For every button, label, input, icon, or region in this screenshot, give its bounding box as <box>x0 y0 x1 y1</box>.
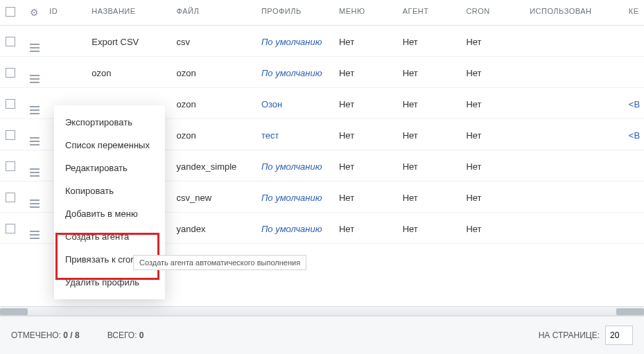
gear-icon[interactable]: ⚙ <box>30 7 40 18</box>
selected-counter: ОТМЕЧЕНО: 0 / 8 <box>11 330 80 340</box>
cell-ke <box>623 150 644 182</box>
header-cron[interactable]: CRON <box>460 0 524 26</box>
cell-menu: Нет <box>333 213 397 244</box>
cell-used <box>524 88 623 119</box>
total-label: ВСЕГО: <box>107 330 137 340</box>
cell-file: yandex_simple <box>171 150 256 182</box>
row-checkbox[interactable] <box>6 224 15 233</box>
row-checkbox[interactable] <box>6 99 15 109</box>
table-footer: ОТМЕЧЕНО: 0 / 8 ВСЕГО: 0 НА СТРАНИЦЕ: <box>0 316 644 354</box>
cell-ke <box>623 213 644 244</box>
cell-menu: Нет <box>333 119 397 150</box>
context-menu-item[interactable]: Удалить профиль <box>54 271 165 294</box>
row-menu-icon[interactable] <box>30 231 40 239</box>
header-id[interactable]: ID <box>44 0 86 26</box>
cell-used <box>524 57 623 88</box>
context-menu-item[interactable]: Добавить в меню <box>54 202 165 225</box>
cell-file: csv_new <box>171 182 256 213</box>
tooltip: Создать агента автоматического выполнени… <box>133 255 306 270</box>
cell-agent: Нет <box>397 57 461 88</box>
cell-menu: Нет <box>333 182 397 213</box>
cell-ke: <В <box>623 119 644 150</box>
cell-name: ozon <box>86 57 171 88</box>
cell-used <box>524 150 623 182</box>
cell-menu: Нет <box>333 26 397 57</box>
row-checkbox[interactable] <box>6 161 15 171</box>
selected-value: 0 / 8 <box>63 330 79 340</box>
cell-agent: Нет <box>397 26 461 57</box>
cell-profile[interactable]: По умолчанию <box>261 224 322 234</box>
context-menu-item[interactable]: Копировать <box>54 179 165 202</box>
cell-used <box>524 26 623 57</box>
cell-file: ozon <box>171 119 256 150</box>
cell-used <box>524 182 623 213</box>
table-header-row: ⚙ ID НАЗВАНИЕ ФАЙЛ ПРОФИЛЬ МЕНЮ АГЕНТ CR… <box>0 0 644 26</box>
cell-profile[interactable]: По умолчанию <box>261 193 322 203</box>
total-value: 0 <box>139 330 144 340</box>
header-menu[interactable]: МЕНЮ <box>333 0 397 26</box>
header-file[interactable]: ФАЙЛ <box>171 0 256 26</box>
cell-menu: Нет <box>333 88 397 119</box>
cell-ke <box>623 182 644 213</box>
cell-menu: Нет <box>333 57 397 88</box>
cell-id <box>44 57 86 88</box>
cell-profile[interactable]: тест <box>261 130 279 141</box>
cell-agent: Нет <box>397 213 461 244</box>
cell-file: csv <box>171 26 256 57</box>
context-menu-item[interactable]: Создать агента <box>54 225 165 248</box>
table-row[interactable]: ozonozonПо умолчаниюНетНетНет <box>0 57 644 88</box>
cell-file: ozon <box>171 88 256 119</box>
scrollbar-thumb-right[interactable] <box>616 308 644 315</box>
cell-cron: Нет <box>460 57 524 88</box>
perpage-label: НА СТРАНИЦЕ: <box>539 330 600 340</box>
cell-used <box>524 213 623 244</box>
row-checkbox[interactable] <box>6 68 15 78</box>
cell-file: ozon <box>171 57 256 88</box>
header-ke[interactable]: КЕ <box>623 0 644 26</box>
row-menu-icon[interactable] <box>30 75 40 83</box>
total-counter: ВСЕГО: 0 <box>107 330 144 340</box>
row-menu-icon[interactable] <box>30 137 40 145</box>
cell-id <box>44 26 86 57</box>
row-checkbox[interactable] <box>6 37 15 46</box>
perpage-input[interactable] <box>605 326 633 345</box>
cell-profile[interactable]: По умолчанию <box>261 68 322 78</box>
row-menu-icon[interactable] <box>30 200 40 208</box>
cell-ke <box>623 57 644 88</box>
cell-agent: Нет <box>397 182 461 213</box>
context-menu: ЭкспортироватьСписок переменныхРедактиро… <box>54 105 165 299</box>
cell-cron: Нет <box>460 88 524 119</box>
row-checkbox[interactable] <box>6 130 15 140</box>
header-name[interactable]: НАЗВАНИЕ <box>86 0 171 26</box>
cell-file: yandex <box>171 213 256 244</box>
cell-name: Export CSV <box>86 26 171 57</box>
row-menu-icon[interactable] <box>30 44 40 52</box>
horizontal-scrollbar[interactable] <box>0 306 644 316</box>
cell-cron: Нет <box>460 182 524 213</box>
header-agent[interactable]: АГЕНТ <box>397 0 461 26</box>
cell-agent: Нет <box>397 150 461 182</box>
cell-cron: Нет <box>460 26 524 57</box>
context-menu-item[interactable]: Список переменных <box>54 134 165 157</box>
row-menu-icon[interactable] <box>30 106 40 114</box>
table-row[interactable]: Export CSVcsvПо умолчаниюНетНетНет <box>0 26 644 57</box>
cell-cron: Нет <box>460 150 524 182</box>
cell-profile[interactable]: Озон <box>261 99 282 109</box>
cell-ke: <В <box>623 88 644 119</box>
header-used[interactable]: ИСПОЛЬЗОВАН <box>524 0 623 26</box>
cell-agent: Нет <box>397 119 461 150</box>
row-menu-icon[interactable] <box>30 168 40 177</box>
cell-cron: Нет <box>460 119 524 150</box>
cell-agent: Нет <box>397 88 461 119</box>
cell-profile[interactable]: По умолчанию <box>261 161 322 172</box>
row-checkbox[interactable] <box>6 193 15 202</box>
cell-profile[interactable]: По умолчанию <box>261 37 322 47</box>
selected-label: ОТМЕЧЕНО: <box>11 330 61 340</box>
cell-used <box>524 119 623 150</box>
cell-ke <box>623 26 644 57</box>
header-profile[interactable]: ПРОФИЛЬ <box>256 0 333 26</box>
context-menu-item[interactable]: Редактировать <box>54 157 165 179</box>
context-menu-item[interactable]: Экспортировать <box>54 111 165 134</box>
select-all-checkbox[interactable] <box>6 7 15 17</box>
scrollbar-thumb-left[interactable] <box>0 308 28 315</box>
